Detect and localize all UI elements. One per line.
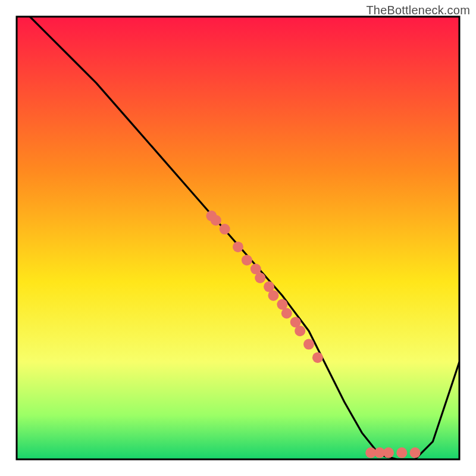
scatter-point xyxy=(255,273,265,283)
scatter-point xyxy=(383,447,394,458)
scatter-point xyxy=(396,447,407,458)
scatter-point xyxy=(281,308,292,319)
scatter-point xyxy=(220,224,230,234)
scatter-point xyxy=(312,352,323,363)
scatter-point xyxy=(303,339,314,350)
scatter-point xyxy=(233,242,243,252)
gradient-background xyxy=(17,17,459,459)
watermark-text: TheBottleneck.com xyxy=(366,4,470,17)
scatter-point xyxy=(268,290,279,301)
chart-container: TheBottleneck.com xyxy=(0,0,476,476)
scatter-point xyxy=(242,255,252,265)
scatter-point xyxy=(211,215,221,226)
scatter-point xyxy=(410,447,421,458)
scatter-point xyxy=(295,325,305,336)
chart-svg xyxy=(0,0,476,476)
